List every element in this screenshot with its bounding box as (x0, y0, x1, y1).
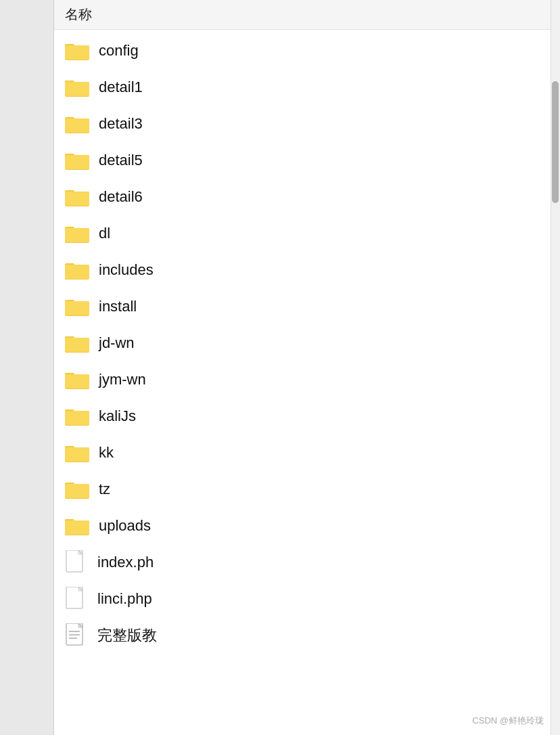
file-name-label: tz (99, 481, 110, 498)
file-icon (65, 587, 88, 611)
watermark: CSDN @鲜艳玲珑 (472, 715, 544, 727)
folder-icon (65, 442, 89, 464)
list-item[interactable]: tz (54, 471, 560, 508)
file-name-label: jym-wn (99, 371, 146, 388)
folder-icon (65, 113, 89, 135)
list-item[interactable]: detail6 (54, 179, 560, 215)
file-name-label: kk (99, 444, 114, 462)
text-file-icon (65, 623, 88, 648)
file-name-label: includes (99, 261, 154, 279)
svg-rect-17 (65, 228, 89, 242)
list-item[interactable]: detail5 (54, 142, 560, 179)
list-item[interactable]: 完整版教 (54, 617, 560, 654)
list-item[interactable]: uploads (54, 508, 560, 544)
folder-icon (65, 515, 89, 537)
file-name-label: dl (99, 225, 110, 242)
column-header: 名称 (54, 0, 560, 30)
svg-rect-14 (65, 192, 89, 206)
file-name-label: jd-wn (99, 334, 135, 352)
main-content: 名称 config detail1 detail3 detail5 detail… (54, 0, 560, 735)
list-item[interactable]: kaliJs (54, 398, 560, 435)
column-name-label: 名称 (65, 7, 92, 22)
left-gutter (0, 0, 54, 735)
list-item[interactable]: index.ph (54, 544, 560, 581)
svg-rect-38 (65, 484, 89, 498)
folder-icon (65, 332, 89, 354)
svg-rect-8 (65, 118, 89, 133)
svg-rect-5 (65, 82, 89, 96)
list-item[interactable]: config (54, 32, 560, 69)
list-item[interactable]: jym-wn (54, 361, 560, 398)
svg-rect-11 (65, 155, 89, 169)
folder-icon (65, 405, 89, 427)
list-item[interactable]: install (54, 288, 560, 325)
svg-rect-29 (65, 374, 89, 388)
file-name-label: linci.php (97, 590, 152, 608)
svg-rect-41 (65, 520, 89, 535)
file-name-label: 完整版教 (97, 625, 157, 646)
list-item[interactable]: linci.php (54, 581, 560, 617)
file-name-label: detail5 (99, 152, 143, 169)
file-name-label: detail6 (99, 188, 143, 206)
svg-rect-2 (65, 45, 89, 60)
file-list: config detail1 detail3 detail5 detail6 d… (54, 30, 560, 656)
folder-icon (65, 223, 89, 244)
list-item[interactable]: includes (54, 252, 560, 288)
svg-rect-32 (65, 411, 89, 425)
file-explorer: 名称 config detail1 detail3 detail5 detail… (0, 0, 560, 735)
folder-icon (65, 150, 89, 171)
folder-icon (65, 186, 89, 208)
list-item[interactable]: dl (54, 215, 560, 252)
file-icon (65, 550, 88, 575)
folder-icon (65, 478, 89, 500)
file-name-label: kaliJs (99, 407, 136, 425)
svg-rect-26 (65, 338, 89, 352)
list-item[interactable]: detail1 (54, 69, 560, 106)
file-name-label: index.ph (97, 554, 154, 571)
file-name-label: config (99, 42, 139, 60)
file-name-label: uploads (99, 517, 151, 535)
svg-rect-23 (65, 301, 89, 315)
file-name-label: install (99, 298, 137, 315)
folder-icon (65, 259, 89, 281)
folder-icon (65, 296, 89, 317)
svg-rect-35 (65, 447, 89, 462)
list-item[interactable]: jd-wn (54, 325, 560, 361)
scrollbar[interactable] (551, 0, 560, 735)
list-item[interactable]: kk (54, 435, 560, 471)
folder-icon (65, 369, 89, 391)
folder-icon (65, 40, 89, 62)
folder-icon (65, 76, 89, 98)
svg-rect-20 (65, 265, 89, 279)
file-name-label: detail3 (99, 115, 143, 133)
list-item[interactable]: detail3 (54, 106, 560, 142)
scrollbar-thumb[interactable] (552, 81, 559, 203)
file-name-label: detail1 (99, 79, 143, 96)
